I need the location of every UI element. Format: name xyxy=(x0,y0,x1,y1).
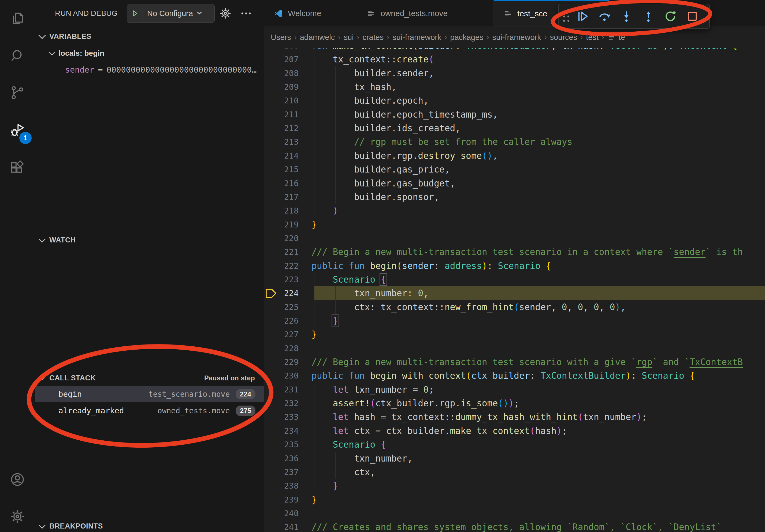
move-file-icon xyxy=(503,9,512,19)
more-actions-button[interactable] xyxy=(237,0,256,27)
indent-guide xyxy=(335,121,336,135)
tab-owned-tests-move[interactable]: owned_tests.move xyxy=(357,0,494,27)
code-line-234[interactable]: 234let ctx = ctx_builder.make_tx_context… xyxy=(264,424,765,438)
code-line-207[interactable]: 207tx_context::create( xyxy=(264,53,765,67)
code-line-237[interactable]: 237ctx, xyxy=(264,465,765,479)
code-line-238[interactable]: 238} xyxy=(264,479,765,493)
line-number: 227 xyxy=(264,328,299,341)
indent-guide xyxy=(314,121,315,135)
code-line-225[interactable]: 225ctx: tx_context::new_from_hint(sender… xyxy=(264,300,765,314)
code-line-235[interactable]: 235Scenario { xyxy=(264,438,765,452)
code-line-210[interactable]: 210builder.epoch, xyxy=(264,94,765,108)
debug-settings-button[interactable] xyxy=(217,0,234,27)
watch-section-label: WATCH xyxy=(49,236,76,244)
restart-icon xyxy=(663,9,677,23)
breadcrumb-item[interactable]: Users xyxy=(271,33,291,42)
debug-configuration-label[interactable]: No Configura xyxy=(147,9,195,18)
code-line-215[interactable]: 215builder.gas_price, xyxy=(264,162,765,176)
breadcrumb-item[interactable]: sources xyxy=(550,33,577,42)
activity-bar-item-source-control[interactable] xyxy=(0,78,35,108)
code-line-218[interactable]: 218) xyxy=(264,204,765,218)
breadcrumb-item[interactable]: sui-framework xyxy=(492,33,541,42)
call-stack-frame[interactable]: already_markedowned_tests.move275 xyxy=(35,402,264,419)
vscode-logo-icon xyxy=(274,9,283,18)
indent-guide xyxy=(335,176,336,190)
watch-section-header[interactable]: WATCH xyxy=(35,232,264,247)
code-line-221[interactable]: 221/// Begin a new multi-transaction tes… xyxy=(264,245,765,259)
activity-bar-item-run-and-debug[interactable]: 1 xyxy=(0,116,35,146)
code-line-240[interactable]: 240 xyxy=(264,507,765,520)
indent-guide xyxy=(314,438,315,452)
code-editor[interactable]: 206fun make_tx_context(builder: TxContex… xyxy=(264,27,765,532)
step-into-button[interactable] xyxy=(615,6,637,27)
breadcrumb-item[interactable]: sui-framework xyxy=(392,33,441,42)
restart-button[interactable] xyxy=(659,6,681,27)
code-line-212[interactable]: 212builder.ids_created, xyxy=(264,121,765,135)
code-line-213[interactable]: 213// rgp must be set from the caller al… xyxy=(264,135,765,149)
code-line-227[interactable]: 227} xyxy=(264,328,765,342)
breadcrumb-item[interactable]: crates xyxy=(363,33,383,42)
code-line-226[interactable]: 226} xyxy=(264,314,765,328)
activity-bar-item-extensions[interactable] xyxy=(0,153,35,183)
variable-row-sender[interactable]: sender = 0000000000000000000000000000000… xyxy=(35,62,264,77)
ellipsis-icon xyxy=(240,7,253,20)
frame-function-name: begin xyxy=(58,390,82,399)
debug-toolbar xyxy=(558,4,710,29)
line-number: 222 xyxy=(264,259,299,273)
call-stack-frame[interactable]: begintest_scenario.move224 xyxy=(35,386,264,402)
breadcrumb-file-item[interactable]: te xyxy=(607,33,625,42)
activity-bar-item-search[interactable] xyxy=(0,41,35,71)
step-over-button[interactable] xyxy=(593,6,615,27)
code-line-233[interactable]: 233let hash = tx_context::dummy_tx_hash_… xyxy=(264,410,765,424)
code-line-216[interactable]: 216builder.gas_budget, xyxy=(264,176,765,190)
breakpoints-section-header[interactable]: BREAKPOINTS xyxy=(35,519,264,532)
breadcrumb-item[interactable]: sui xyxy=(344,33,354,42)
code-line-211[interactable]: 211builder.epoch_timestamp_ms, xyxy=(264,108,765,122)
code-line-231[interactable]: 231let txn_number = 0; xyxy=(264,383,765,397)
toolbar-drag-handle-icon[interactable] xyxy=(561,8,571,24)
step-out-button[interactable] xyxy=(637,6,659,27)
activity-bar-item-accounts[interactable] xyxy=(0,465,35,495)
code-line-241[interactable]: 241/// Creates and shares system objects… xyxy=(264,520,765,532)
code-line-236[interactable]: 236txn_number, xyxy=(264,452,765,465)
code-line-217[interactable]: 217builder.sponsor, xyxy=(264,190,765,204)
breadcrumb-item[interactable]: packages xyxy=(450,33,483,42)
code-line-230[interactable]: 230public fun begin_with_context(ctx_bui… xyxy=(264,369,765,383)
indent-guide xyxy=(314,53,315,67)
code-line-224[interactable]: 224txn_number: 0, xyxy=(264,286,765,300)
start-debugging-button[interactable] xyxy=(127,4,143,23)
code-line-223[interactable]: 223Scenario { xyxy=(264,273,765,287)
variables-section-header[interactable]: VARIABLES xyxy=(35,29,264,44)
code-line-219[interactable]: 219} xyxy=(264,218,765,232)
breadcrumb-item[interactable]: adamwelc xyxy=(300,33,335,42)
code-line-text: } xyxy=(312,493,317,507)
tab-welcome[interactable]: Welcome xyxy=(264,0,357,27)
continue-button[interactable] xyxy=(571,6,593,27)
code-line-228[interactable]: 228 xyxy=(264,342,765,356)
indent-guide xyxy=(335,300,336,314)
start-debugging-dropdown[interactable]: No Configura xyxy=(127,4,215,23)
code-line-239[interactable]: 239} xyxy=(264,493,765,507)
activity-bar-item-explorer[interactable] xyxy=(0,4,35,34)
indent-guide xyxy=(314,162,315,176)
code-line-208[interactable]: 208builder.sender, xyxy=(264,67,765,80)
line-number: 238 xyxy=(264,479,299,493)
code-line-222[interactable]: 222public fun begin(sender: address): Sc… xyxy=(264,259,765,273)
variables-scope-row[interactable]: locals: begin xyxy=(35,46,264,61)
indent-guide xyxy=(314,176,315,190)
stop-button[interactable] xyxy=(681,6,703,27)
code-line-229[interactable]: 229/// Begin a new multi-transaction tes… xyxy=(264,355,765,369)
line-number: 233 xyxy=(264,410,299,424)
extensions-icon xyxy=(9,160,25,177)
breadcrumb-separator: › xyxy=(444,33,447,42)
code-line-209[interactable]: 209tx_hash, xyxy=(264,80,765,94)
activity-bar-item-settings[interactable] xyxy=(0,502,35,532)
call-stack-section-header[interactable]: CALL STACK Paused on step xyxy=(35,371,264,386)
code-line-214[interactable]: 214builder.rgp.destroy_some(), xyxy=(264,149,765,163)
breadcrumb-item[interactable]: test xyxy=(586,33,598,42)
code-line-232[interactable]: 232assert!(ctx_builder.rgp.is_some()); xyxy=(264,397,765,410)
code-line-text: builder.rgp.destroy_some(), xyxy=(354,149,498,162)
breadcrumb-separator: › xyxy=(544,33,547,42)
code-line-text: /// Begin a new multi-transaction test s… xyxy=(312,245,743,259)
code-line-220[interactable]: 220 xyxy=(264,231,765,245)
